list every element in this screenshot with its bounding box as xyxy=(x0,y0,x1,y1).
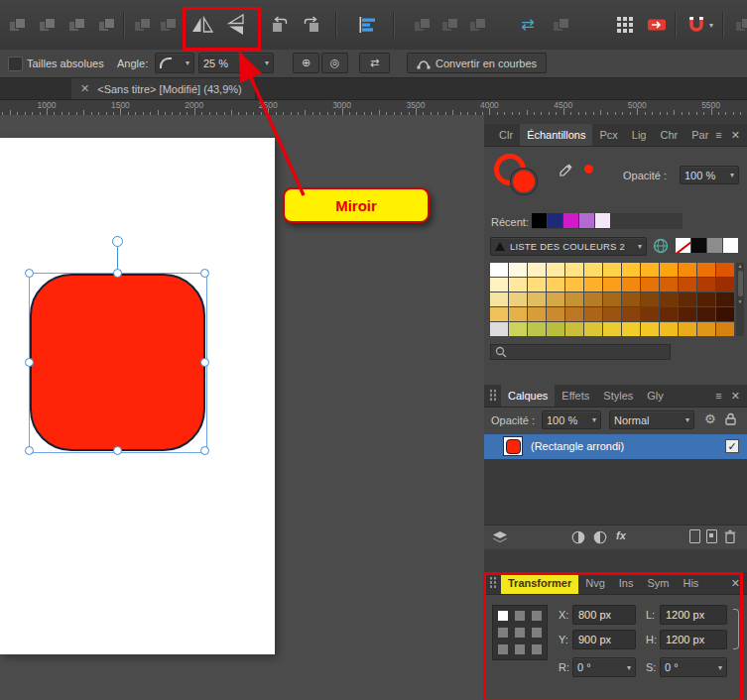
color-swatch[interactable] xyxy=(641,292,659,306)
panel-close-icon[interactable]: ✕ xyxy=(731,577,740,590)
new-layer-icon[interactable] xyxy=(689,529,700,543)
panel-grip-icon[interactable] xyxy=(489,389,498,402)
color-swatch[interactable] xyxy=(584,307,602,321)
order-to-front-button[interactable] xyxy=(93,11,121,39)
color-swatch[interactable] xyxy=(660,263,678,277)
color-swatch[interactable] xyxy=(603,307,621,321)
rotate-ccw-button[interactable] xyxy=(266,11,294,39)
grid-toggle-button[interactable] xyxy=(611,11,639,39)
color-swatch[interactable] xyxy=(528,307,546,321)
color-swatch[interactable] xyxy=(697,307,715,321)
color-swatch[interactable] xyxy=(579,213,594,228)
color-swatch[interactable] xyxy=(716,292,734,306)
tab-ligne[interactable]: Lig xyxy=(625,124,654,146)
ungroup-button[interactable] xyxy=(155,11,183,39)
current-color-dot[interactable] xyxy=(584,165,593,174)
color-swatch[interactable] xyxy=(676,238,690,253)
color-swatch[interactable] xyxy=(490,307,508,321)
selection-handle-bottom-middle[interactable] xyxy=(113,446,122,455)
color-swatch[interactable] xyxy=(563,213,578,228)
document-tab[interactable]: ✕ <Sans titre> [Modifié] (43,9%) xyxy=(71,78,256,99)
color-swatch[interactable] xyxy=(660,278,678,292)
tab-echantillons[interactable]: Échantillons xyxy=(520,124,592,146)
color-swatch[interactable] xyxy=(691,238,706,253)
tab-close-icon[interactable]: ✕ xyxy=(80,82,89,95)
color-swatch[interactable] xyxy=(528,292,546,306)
color-swatch[interactable] xyxy=(584,263,602,277)
insertion-top-button[interactable] xyxy=(464,11,492,39)
tab-couleur[interactable]: Clr xyxy=(492,124,520,146)
rotation-handle[interactable] xyxy=(112,236,123,247)
tab-glyphes[interactable]: Gly xyxy=(640,385,671,407)
panel-close-icon[interactable]: ✕ xyxy=(731,129,740,142)
assistant-button[interactable] xyxy=(730,11,747,39)
color-swatch[interactable] xyxy=(660,292,678,306)
mask-layer-icon[interactable] xyxy=(571,530,585,544)
selection-handle-middle-left[interactable] xyxy=(25,358,34,367)
flip-vertical-button[interactable] xyxy=(220,11,252,39)
color-swatch[interactable] xyxy=(679,307,696,321)
convert-to-curves-button[interactable]: Convertir en courbes xyxy=(407,53,547,73)
swatches-opacity-combo[interactable]: 100 % ▾ xyxy=(680,166,739,184)
anchor-cell[interactable] xyxy=(498,628,508,638)
scrollbar-thumb[interactable] xyxy=(738,271,743,296)
color-swatch[interactable] xyxy=(660,307,678,321)
selection-handle-bottom-left[interactable] xyxy=(25,446,34,455)
web-colors-globe-icon[interactable] xyxy=(653,238,669,254)
color-swatch[interactable] xyxy=(697,278,715,292)
x-input[interactable]: 800 px xyxy=(572,605,636,625)
color-swatch[interactable] xyxy=(547,292,564,306)
canvas-area[interactable] xyxy=(0,115,484,700)
color-swatch[interactable] xyxy=(547,278,564,292)
scroll-up-icon[interactable]: ▲ xyxy=(738,263,743,269)
color-swatch[interactable] xyxy=(716,322,734,336)
color-swatch[interactable] xyxy=(622,322,640,336)
color-swatch[interactable] xyxy=(490,292,508,306)
alignment-button[interactable] xyxy=(353,11,381,39)
panel-grip-icon[interactable] xyxy=(489,576,498,589)
color-swatch[interactable] xyxy=(565,322,583,336)
color-swatch[interactable] xyxy=(641,278,659,292)
tab-navigateur[interactable]: Nvg xyxy=(578,572,612,594)
color-swatch[interactable] xyxy=(679,263,696,277)
color-swatch[interactable] xyxy=(509,278,527,292)
color-swatch[interactable] xyxy=(490,322,508,336)
color-swatch[interactable] xyxy=(660,322,678,336)
pixel-preview-button[interactable] xyxy=(643,11,671,39)
tab-paragraphe[interactable]: Par xyxy=(685,124,715,146)
color-swatch[interactable] xyxy=(509,263,527,277)
color-swatch[interactable] xyxy=(679,292,696,306)
corner-type-dropdown[interactable]: ▾ xyxy=(155,53,194,73)
color-swatch[interactable] xyxy=(603,278,621,292)
anchor-selector[interactable] xyxy=(492,605,548,660)
rotation-combo[interactable]: 0 ° ▾ xyxy=(572,657,636,677)
color-swatch[interactable] xyxy=(641,322,659,336)
color-swatch[interactable] xyxy=(622,292,640,306)
color-swatch[interactable] xyxy=(565,278,583,292)
panel-menu-icon[interactable]: ≡ xyxy=(715,129,721,141)
insertion-inside-button[interactable] xyxy=(436,11,464,39)
blend-mode-combo[interactable]: Normal ▾ xyxy=(609,410,694,429)
palette-list-dropdown[interactable]: LISTE DES COULEURS 2 ▾ xyxy=(490,237,647,256)
blend-options-gear-icon[interactable]: ⚙ xyxy=(704,412,716,425)
color-swatch[interactable] xyxy=(697,322,715,336)
selection-handle-top-middle[interactable] xyxy=(113,269,122,278)
color-swatch[interactable] xyxy=(490,263,508,277)
anchor-cell[interactable] xyxy=(498,611,508,621)
tab-historique[interactable]: His xyxy=(676,572,705,594)
cycle-selection-button[interactable]: ⇄ xyxy=(359,53,390,73)
layers-stack-icon[interactable] xyxy=(492,530,508,544)
selection-handle-middle-right[interactable] xyxy=(200,358,209,367)
anchor-cell[interactable] xyxy=(498,644,508,654)
color-swatch[interactable] xyxy=(595,213,610,228)
tab-transformer[interactable]: Transformer xyxy=(501,572,578,594)
anchor-cell[interactable] xyxy=(515,611,525,621)
color-swatch[interactable] xyxy=(716,307,734,321)
color-swatch[interactable] xyxy=(603,322,621,336)
color-swatch[interactable] xyxy=(679,278,696,292)
color-swatch[interactable] xyxy=(697,292,715,306)
delete-layer-trash-icon[interactable] xyxy=(724,529,736,544)
aspect-link-icon[interactable] xyxy=(733,609,739,649)
absolute-sizes-checkbox[interactable] xyxy=(8,57,23,71)
layer-effects-fx-icon[interactable]: fx xyxy=(616,529,626,541)
